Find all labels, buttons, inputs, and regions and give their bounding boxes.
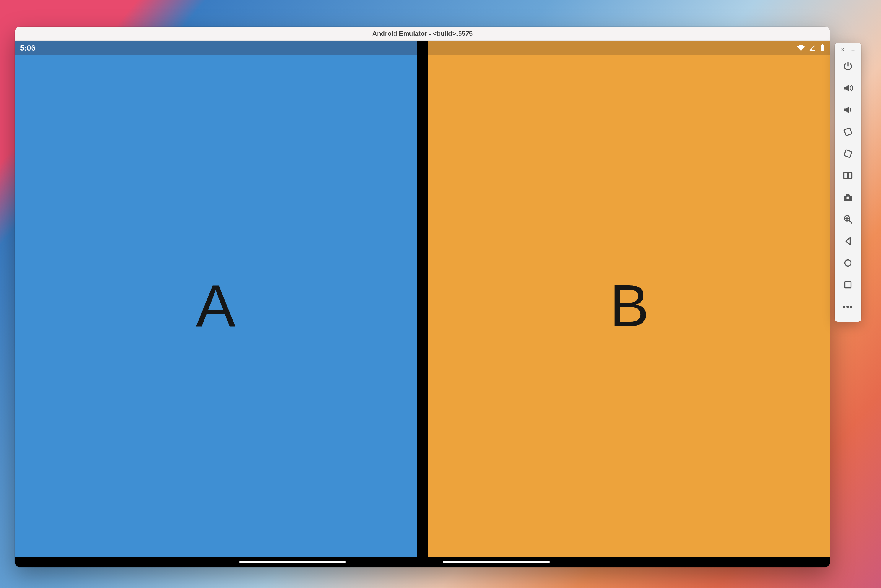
nav-right <box>423 556 830 567</box>
window-title: Android Emulator - <build>:5575 <box>372 30 473 38</box>
fold-icon <box>843 170 853 181</box>
toolbar-minimize-button[interactable]: – <box>852 47 855 52</box>
svg-rect-3 <box>844 150 852 158</box>
svg-rect-12 <box>845 282 851 288</box>
wifi-icon <box>797 44 805 52</box>
status-bar-right[interactable] <box>429 41 830 55</box>
svg-point-11 <box>845 260 851 266</box>
home-icon <box>843 258 853 268</box>
status-time: 5:06 <box>20 44 36 52</box>
svg-rect-0 <box>821 45 824 51</box>
status-bar-left[interactable]: 5:06 <box>15 41 417 55</box>
svg-rect-2 <box>844 128 852 136</box>
volume-up-icon <box>843 83 853 93</box>
split-pane-left[interactable]: 5:06 A <box>15 41 417 556</box>
volume-down-button[interactable] <box>835 99 861 121</box>
pane-left-body: A <box>15 55 417 556</box>
battery-icon <box>820 44 825 52</box>
rotate-left-button[interactable] <box>835 121 861 143</box>
power-button[interactable] <box>835 55 861 77</box>
nav-left <box>15 556 423 567</box>
overview-button[interactable] <box>835 274 861 296</box>
back-icon <box>843 236 853 246</box>
pane-left-label: A <box>196 272 235 340</box>
home-button[interactable] <box>835 252 861 274</box>
toolbar-close-button[interactable]: × <box>841 47 844 52</box>
device-screen: 5:06 A <box>15 41 830 556</box>
home-handle-right[interactable] <box>443 561 550 563</box>
rotate-right-icon <box>843 148 853 159</box>
emulator-toolbar: × – <box>835 43 861 322</box>
camera-icon <box>843 192 853 203</box>
more-icon: ••• <box>843 302 853 311</box>
navigation-bar <box>15 556 830 567</box>
window-titlebar[interactable]: Android Emulator - <build>:5575 <box>15 27 830 41</box>
overview-icon <box>843 279 853 290</box>
more-button[interactable]: ••• <box>835 296 861 318</box>
rotate-left-icon <box>843 126 853 137</box>
device-frame: 5:06 A <box>15 41 830 567</box>
signal-icon <box>809 44 816 51</box>
emulator-window: Android Emulator - <build>:5575 5:06 A <box>15 27 830 567</box>
home-handle-left[interactable] <box>239 561 346 563</box>
volume-up-button[interactable] <box>835 77 861 99</box>
split-pane-right[interactable]: B <box>429 41 830 556</box>
back-button[interactable] <box>835 230 861 252</box>
pane-right-label: B <box>610 272 649 340</box>
rotate-right-button[interactable] <box>835 143 861 165</box>
volume-down-icon <box>843 105 853 115</box>
zoom-button[interactable] <box>835 208 861 230</box>
pane-right-body: B <box>429 55 830 556</box>
svg-rect-4 <box>844 172 848 179</box>
fold-button[interactable] <box>835 165 861 186</box>
svg-rect-1 <box>822 44 823 45</box>
zoom-in-icon <box>843 214 853 225</box>
screenshot-button[interactable] <box>835 186 861 208</box>
svg-point-6 <box>847 196 850 200</box>
power-icon <box>843 61 853 72</box>
svg-line-8 <box>850 221 852 224</box>
svg-rect-5 <box>848 172 852 179</box>
